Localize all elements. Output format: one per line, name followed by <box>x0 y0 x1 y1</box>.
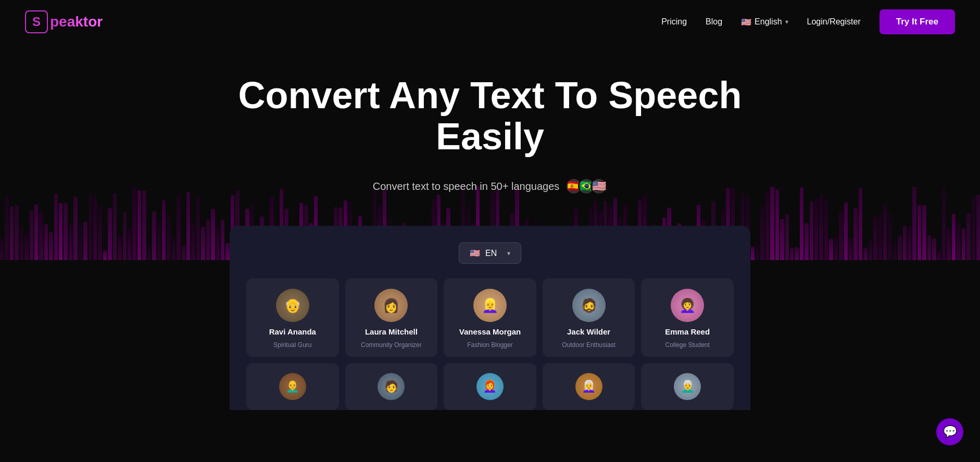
voice-card-partial-p1[interactable]: 👨‍🦲 <box>246 363 339 410</box>
lang-selector-container: 🇺🇸 EN ▾ <box>246 242 734 264</box>
pricing-link[interactable]: Pricing <box>661 17 687 27</box>
voice-avatar-jack: 🧔 <box>572 289 606 322</box>
language-flags: 🇪🇸 🇧🇷 🇺🇸 <box>566 178 607 195</box>
language-selector[interactable]: 🇺🇸 English ▾ <box>741 17 788 27</box>
hero-subtitle-text: Convert text to speech in 50+ languages <box>373 181 560 192</box>
voice-card-emma[interactable]: 👩‍🦱 Emma Reed College Student <box>641 278 734 357</box>
voice-avatar-ravi: 👴 <box>276 289 309 322</box>
voice-avatar-sm-p4: 👩‍🦳 <box>575 373 602 400</box>
voice-title-ravi: Spiritual Guru <box>273 341 311 349</box>
voice-avatar-sm-p5: 👨‍🦳 <box>674 373 701 400</box>
voice-avatar-sm-p1: 👨‍🦲 <box>279 373 306 400</box>
app-panel: 🇺🇸 EN ▾ 👴 Ravi Ananda Spiritual Guru 👩 L… <box>230 226 750 410</box>
voice-card-ravi[interactable]: 👴 Ravi Ananda Spiritual Guru <box>246 278 339 357</box>
voice-avatar-sm-p2: 🧑 <box>378 373 405 400</box>
flag-us: 🇺🇸 <box>590 178 607 195</box>
try-free-button[interactable]: Try It Free <box>880 9 955 34</box>
nav-links: Pricing Blog 🇺🇸 English ▾ Login/Register… <box>661 9 955 34</box>
voice-card-partial-p4[interactable]: 👩‍🦳 <box>543 363 635 410</box>
blog-link[interactable]: Blog <box>706 17 722 27</box>
lang-label: English <box>755 17 782 27</box>
voice-name-laura: Laura Mitchell <box>365 327 418 336</box>
voice-card-jack[interactable]: 🧔 Jack Wilder Outdoor Enthusiast <box>543 278 635 357</box>
voice-avatar-sm-p3: 👩‍🦰 <box>476 373 504 400</box>
voice-name-emma: Emma Reed <box>665 327 710 336</box>
logo[interactable]: S peaktor <box>25 10 103 33</box>
chevron-down-icon: ▾ <box>785 18 788 25</box>
lang-dropdown-flag: 🇺🇸 <box>470 248 480 258</box>
voice-title-vanessa: Fashion Blogger <box>467 341 512 349</box>
logo-letter: S <box>32 15 41 29</box>
voice-card-vanessa[interactable]: 👱‍♀️ Vanessa Morgan Fashion Blogger <box>444 278 536 357</box>
login-register-link[interactable]: Login/Register <box>807 17 861 27</box>
logo-text: peaktor <box>50 14 103 30</box>
hero-section: Convert Any Text To Speech Easily Conver… <box>0 44 980 195</box>
navbar: S peaktor Pricing Blog 🇺🇸 English ▾ Logi… <box>0 0 980 44</box>
voice-title-emma: College Student <box>665 341 709 349</box>
chevron-down-icon: ▾ <box>507 250 510 257</box>
voice-name-jack: Jack Wilder <box>567 327 610 336</box>
voice-card-partial-p3[interactable]: 👩‍🦰 <box>444 363 536 410</box>
voice-cards-row-2: 👨‍🦲 🧑 👩‍🦰 👩‍🦳 👨‍🦳 <box>246 363 734 410</box>
hero-title: Convert Any Text To Speech Easily <box>204 75 776 157</box>
voice-title-jack: Outdoor Enthusiast <box>562 341 615 349</box>
hero-subtitle: Convert text to speech in 50+ languages … <box>25 178 955 195</box>
voice-card-laura[interactable]: 👩 Laura Mitchell Community Organizer <box>345 278 438 357</box>
voice-title-laura: Community Organizer <box>361 341 422 349</box>
voice-cards-row-1: 👴 Ravi Ananda Spiritual Guru 👩 Laura Mit… <box>246 278 734 357</box>
chat-icon: 💬 <box>943 425 957 439</box>
chat-bubble[interactable]: 💬 <box>936 418 963 445</box>
voice-card-partial-p5[interactable]: 👨‍🦳 <box>641 363 734 410</box>
lang-dropdown[interactable]: 🇺🇸 EN ▾ <box>459 242 521 264</box>
voice-avatar-vanessa: 👱‍♀️ <box>473 289 507 322</box>
voice-avatar-laura: 👩 <box>374 289 408 322</box>
voice-card-partial-p2[interactable]: 🧑 <box>345 363 438 410</box>
lang-dropdown-code: EN <box>485 249 497 258</box>
voice-name-ravi: Ravi Ananda <box>269 327 316 336</box>
logo-box: S <box>25 10 48 33</box>
voice-avatar-emma: 👩‍🦱 <box>671 289 704 322</box>
voice-name-vanessa: Vanessa Morgan <box>459 327 521 336</box>
lang-flag: 🇺🇸 <box>741 17 751 27</box>
